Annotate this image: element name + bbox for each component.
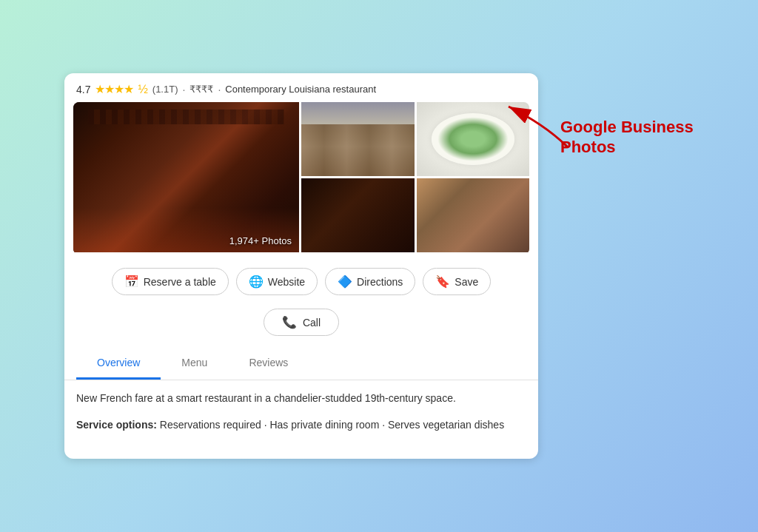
annotation-label: Google BusinessPhotos: [560, 118, 694, 157]
rating-score: 4.7: [76, 84, 90, 95]
tabs-row: Overview Menu Reviews: [64, 348, 538, 380]
service-options: Service options: Reservations required ·…: [64, 412, 538, 443]
photo-dining-room[interactable]: [301, 102, 415, 176]
action-buttons-row: 📅 Reserve a table 🌐 Website 🔷 Directions…: [64, 255, 538, 301]
price-level: ₹₹₹₹: [190, 84, 213, 95]
photo-food-closeup[interactable]: [417, 178, 530, 252]
rating-bar: 4.7 ★★★★½ (1.1T) · ₹₹₹₹ · Contemporary L…: [64, 73, 538, 102]
tab-overview[interactable]: Overview: [76, 348, 161, 380]
calendar-icon: 📅: [124, 275, 139, 289]
service-options-text: Reservations required · Has private dini…: [160, 419, 504, 431]
call-label: Call: [303, 317, 321, 329]
rating-count: (1.1T): [152, 84, 178, 95]
annotation-arrow: [486, 95, 575, 155]
globe-icon: 🌐: [249, 275, 264, 289]
annotation-area: Google BusinessPhotos: [546, 73, 694, 157]
service-options-label: Service options:: [76, 419, 157, 431]
directions-icon: 🔷: [338, 275, 352, 289]
photo-main[interactable]: 1,974+ Photos: [73, 102, 299, 252]
bookmark-icon: 🔖: [435, 275, 450, 289]
reserve-table-button[interactable]: 📅 Reserve a table: [112, 268, 229, 295]
save-button[interactable]: 🔖 Save: [423, 268, 491, 295]
reserve-label: Reserve a table: [144, 276, 216, 288]
directions-button[interactable]: 🔷 Directions: [325, 268, 415, 295]
tab-menu[interactable]: Menu: [161, 348, 228, 380]
description-text: New French fare at a smart restaurant in…: [64, 380, 538, 412]
website-label: Website: [268, 276, 305, 288]
separator-dot-1: ·: [182, 84, 185, 95]
call-row: 📞 Call: [64, 301, 538, 348]
photo-interior[interactable]: [301, 178, 415, 252]
call-button[interactable]: 📞 Call: [264, 309, 339, 336]
directions-label: Directions: [357, 276, 403, 288]
full-stars: ★★★★: [95, 82, 133, 96]
phone-icon: 📞: [282, 315, 297, 329]
half-star: ½: [138, 83, 147, 96]
photos-grid: 1,974+ Photos: [73, 102, 529, 255]
website-button[interactable]: 🌐 Website: [236, 268, 318, 295]
separator-dot-2: ·: [218, 84, 221, 95]
photo-count: 1,974+ Photos: [229, 235, 292, 246]
save-label: Save: [455, 276, 478, 288]
category-label: Contemporary Louisiana restaurant: [225, 84, 376, 95]
tab-reviews[interactable]: Reviews: [228, 348, 309, 380]
business-card: 4.7 ★★★★½ (1.1T) · ₹₹₹₹ · Contemporary L…: [64, 73, 538, 458]
